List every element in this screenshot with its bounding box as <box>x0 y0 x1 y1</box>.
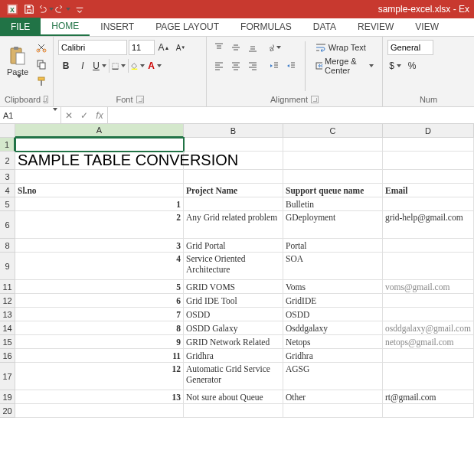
col-header[interactable]: A <box>15 124 184 138</box>
cell[interactable]: 9 <box>15 335 184 349</box>
tab-insert[interactable]: INSERT <box>90 18 145 36</box>
save-icon[interactable] <box>21 2 37 17</box>
tab-file[interactable]: FILE <box>0 18 41 36</box>
cell[interactable] <box>383 152 474 170</box>
currency-button[interactable]: $ <box>387 58 403 73</box>
row-header[interactable]: 17 <box>0 363 15 390</box>
cell[interactable]: 5 <box>15 280 184 294</box>
cut-button[interactable] <box>34 40 49 55</box>
name-box[interactable]: A1 <box>0 107 61 123</box>
cell[interactable]: Other <box>283 390 383 404</box>
col-header[interactable]: B <box>184 124 283 138</box>
cell[interactable] <box>383 294 474 308</box>
cell[interactable]: GRID Network Related <box>184 335 283 349</box>
qat-customize-icon[interactable] <box>72 2 87 17</box>
row-header[interactable]: 16 <box>0 349 15 363</box>
cell[interactable]: GridIDE <box>283 294 383 308</box>
underline-button[interactable]: U <box>92 58 107 73</box>
tab-view[interactable]: VIEW <box>404 18 449 36</box>
col-header[interactable]: D <box>383 124 474 138</box>
percent-button[interactable]: % <box>404 58 420 73</box>
cell[interactable] <box>283 138 383 152</box>
row-header[interactable]: 14 <box>0 321 15 335</box>
font-launcher-icon[interactable] <box>136 96 144 103</box>
row-header[interactable]: 20 <box>0 404 15 418</box>
cell[interactable]: 11 <box>15 349 184 363</box>
cell[interactable]: 2 <box>15 211 184 239</box>
cell[interactable]: Not sure about Queue <box>184 390 283 404</box>
row-header[interactable]: 12 <box>0 294 15 308</box>
cell[interactable] <box>383 239 474 253</box>
cell[interactable]: 1 <box>15 197 184 211</box>
select-all-corner[interactable] <box>0 124 15 138</box>
align-right-button[interactable] <box>245 58 260 73</box>
enter-formula-icon[interactable]: ✓ <box>77 108 92 123</box>
italic-button[interactable]: I <box>75 58 90 73</box>
row-header[interactable]: 4 <box>0 184 15 197</box>
cancel-formula-icon[interactable]: ✕ <box>61 108 77 123</box>
cell[interactable]: GRID VOMS <box>184 280 283 294</box>
row-header[interactable]: 6 <box>0 211 15 239</box>
row-header[interactable]: 13 <box>0 308 15 321</box>
cell-A1[interactable] <box>15 138 184 152</box>
align-left-button[interactable] <box>211 58 227 73</box>
font-color-button[interactable]: A <box>147 58 162 73</box>
cell[interactable] <box>184 404 283 418</box>
cell[interactable]: Voms <box>283 280 383 294</box>
cell[interactable]: Grid Portal <box>184 239 283 253</box>
merge-center-button[interactable]: Merge & Center <box>312 58 378 73</box>
row-header[interactable]: 8 <box>0 239 15 253</box>
cell[interactable]: Bulletin <box>283 197 383 211</box>
cell[interactable]: voms@gmail.com <box>383 280 474 294</box>
font-size-input[interactable] <box>129 40 155 55</box>
row-header[interactable]: 15 <box>0 335 15 349</box>
cell[interactable]: Automatic Grid Service Generator <box>184 363 283 390</box>
cell[interactable]: 3 <box>15 239 184 253</box>
copy-button[interactable] <box>34 57 49 72</box>
cell[interactable]: SOA <box>283 253 383 280</box>
cell[interactable]: AGSG <box>283 363 383 390</box>
col-header[interactable]: C <box>283 124 383 138</box>
cell[interactable]: Gridhra <box>184 349 283 363</box>
undo-icon[interactable] <box>38 2 54 17</box>
align-bottom-button[interactable] <box>245 40 260 55</box>
fill-color-button[interactable] <box>130 58 145 73</box>
row-header[interactable]: 3 <box>0 170 15 184</box>
cell[interactable] <box>383 308 474 321</box>
cell[interactable]: Support queue name <box>283 184 383 197</box>
row-header[interactable]: 1 <box>0 138 15 152</box>
cell[interactable] <box>283 152 383 170</box>
cell[interactable]: 12 <box>15 363 184 390</box>
cell[interactable] <box>383 363 474 390</box>
align-center-button[interactable] <box>228 58 244 73</box>
cell[interactable]: 13 <box>15 390 184 404</box>
font-name-input[interactable] <box>58 40 127 55</box>
number-format-select[interactable] <box>387 40 433 55</box>
cell[interactable]: Sl.no <box>15 184 184 197</box>
align-middle-button[interactable] <box>228 40 244 55</box>
bold-button[interactable]: B <box>58 58 74 73</box>
cell[interactable] <box>383 170 474 184</box>
row-header[interactable]: 5 <box>0 197 15 211</box>
cell[interactable] <box>184 138 283 152</box>
cell[interactable]: grid-help@gmail.com <box>383 211 474 239</box>
cell[interactable]: Osddgalaxy <box>283 321 383 335</box>
row-header[interactable]: 2 <box>0 152 15 170</box>
tab-home[interactable]: HOME <box>41 18 90 36</box>
borders-button[interactable] <box>111 58 126 73</box>
cell[interactable]: Any Grid related problem <box>184 211 283 239</box>
cell[interactable] <box>383 197 474 211</box>
cell[interactable]: Portal <box>283 239 383 253</box>
cell[interactable]: netops@gmail.com <box>383 335 474 349</box>
cell[interactable] <box>383 404 474 418</box>
cell[interactable]: 8 <box>15 321 184 335</box>
orientation-button[interactable]: ab <box>266 40 282 55</box>
decrease-indent-button[interactable] <box>266 58 282 73</box>
increase-indent-button[interactable] <box>283 58 299 73</box>
clipboard-launcher-icon[interactable] <box>44 96 48 103</box>
cell[interactable] <box>184 152 283 170</box>
wrap-text-button[interactable]: Wrap Text <box>312 40 378 55</box>
cell[interactable] <box>15 404 184 418</box>
cell[interactable]: OSDD <box>184 308 283 321</box>
cell[interactable] <box>383 253 474 280</box>
